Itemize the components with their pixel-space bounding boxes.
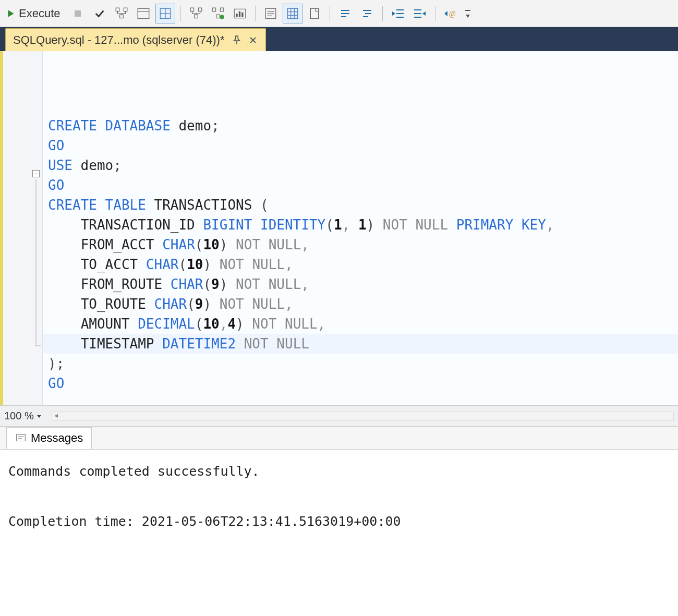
toolbar-separator (382, 6, 383, 21)
svg-marker-44 (422, 11, 426, 16)
stop-button[interactable] (68, 4, 88, 23)
intellisense-button[interactable] (155, 4, 175, 23)
pin-tab-button[interactable] (232, 35, 241, 45)
fold-guide-end (35, 345, 41, 346)
toolbar-separator (180, 6, 181, 21)
svg-rect-52 (17, 434, 26, 441)
param-icon: @ (443, 8, 458, 19)
stop-icon (74, 9, 82, 18)
uncomment-button[interactable] (357, 4, 377, 23)
code-line: CREATE DATABASE demo; (48, 116, 675, 136)
change-marker (0, 51, 3, 405)
svg-marker-48 (466, 15, 470, 18)
document-tab-row: SQLQuery.sql - 127...mo (sqlserver (74))… (0, 27, 678, 51)
horizontal-scrollbar[interactable] (52, 412, 674, 421)
results-pane: Messages Commands completed successfully… (0, 427, 678, 616)
code-line: CREATE TABLE TRANSACTIONS ( (48, 195, 675, 215)
code-line: ); (48, 354, 675, 373)
svg-rect-12 (194, 15, 198, 18)
zoom-dropdown[interactable]: 100 % (4, 410, 42, 422)
text-results-icon (264, 7, 277, 20)
grid-small-icon (159, 7, 172, 20)
svg-rect-1 (75, 10, 81, 17)
code-line: TO_ACCT CHAR(10) NOT NULL, (48, 255, 675, 274)
svg-marker-40 (392, 11, 395, 16)
toolbar: Execute (0, 0, 678, 27)
query-options-button[interactable] (134, 4, 153, 23)
svg-rect-5 (138, 8, 149, 19)
chevron-down-icon (36, 413, 42, 419)
svg-rect-3 (124, 8, 127, 11)
fold-toggle[interactable]: − (32, 170, 40, 177)
svg-rect-15 (216, 15, 220, 18)
plan3-icon (211, 7, 225, 20)
parse-button[interactable] (90, 4, 110, 23)
indent-icon (413, 8, 427, 19)
live-stats-button[interactable] (208, 4, 228, 23)
code-line: TO_ROUTE CHAR(9) NOT NULL, (48, 294, 675, 314)
svg-marker-45 (444, 11, 447, 16)
code-line: GO (48, 136, 675, 155)
outdent-icon (391, 8, 405, 19)
svg-rect-13 (212, 8, 216, 11)
results-to-grid-button[interactable] (283, 4, 302, 23)
svg-rect-2 (116, 8, 119, 11)
svg-rect-20 (241, 12, 243, 17)
messages-output[interactable]: Commands completed successfully. Complet… (0, 450, 678, 616)
editor-gutter: − (0, 51, 43, 405)
plan2-icon (189, 7, 203, 20)
comment-button[interactable] (335, 4, 355, 23)
plan-icon (115, 7, 128, 20)
zoom-level-label: 100 % (4, 410, 34, 422)
code-line: GO (48, 373, 675, 393)
messages-tab-label: Messages (31, 431, 83, 445)
svg-rect-10 (190, 8, 194, 11)
overflow-icon (465, 8, 471, 19)
document-tab[interactable]: SQLQuery.sql - 127...mo (sqlserver (74))… (5, 28, 266, 51)
messages-line: Commands completed successfully. (8, 464, 260, 479)
toolbar-separator (435, 6, 435, 21)
pin-icon (232, 35, 241, 45)
code-line: GO (48, 175, 675, 195)
svg-marker-0 (8, 10, 14, 17)
editor-zoom-row: 100 % (0, 406, 678, 427)
execute-button[interactable]: Execute (4, 4, 66, 23)
toolbar-overflow-button[interactable] (463, 4, 473, 23)
increase-indent-button[interactable] (410, 4, 430, 23)
toolbar-separator (330, 6, 330, 21)
svg-point-16 (220, 15, 224, 19)
messages-line: Completion time: 2021-05-06T22:13:41.516… (8, 514, 401, 529)
results-to-text-button[interactable] (261, 4, 281, 23)
svg-text:@: @ (449, 10, 456, 18)
svg-rect-4 (119, 15, 123, 18)
specify-values-button[interactable]: @ (441, 4, 461, 23)
svg-rect-14 (220, 8, 224, 11)
execute-label: Execute (19, 7, 60, 20)
close-tab-button[interactable] (249, 36, 257, 44)
estimated-plan-button[interactable] (112, 4, 131, 23)
play-icon (6, 9, 16, 18)
decrease-indent-button[interactable] (388, 4, 408, 23)
code-line: FROM_ACCT CHAR(10) NOT NULL, (48, 235, 675, 255)
code-body[interactable]: CREATE DATABASE demo;GOUSE demo;GOCREATE… (43, 51, 678, 405)
svg-rect-30 (310, 8, 318, 19)
code-line: AMOUNT DECIMAL(10,4) NOT NULL, (48, 314, 675, 334)
stats-icon (233, 7, 247, 20)
window-icon (137, 7, 150, 20)
svg-rect-18 (236, 14, 237, 17)
code-line: TIMESTAMP DATETIME2 NOT NULL (48, 334, 675, 354)
code-editor[interactable]: − CREATE DATABASE demo;GOUSE demo;GOCREA… (0, 51, 678, 406)
fold-guide (35, 179, 37, 345)
code-line: USE demo; (48, 155, 675, 175)
results-to-file-button[interactable] (305, 4, 324, 23)
close-icon (249, 36, 257, 44)
actual-plan-button[interactable] (186, 4, 206, 23)
uncomment-icon (361, 7, 373, 20)
grid-results-icon (286, 7, 299, 20)
messages-tab[interactable]: Messages (6, 427, 92, 449)
check-icon (94, 8, 105, 19)
results-tab-row: Messages (0, 427, 678, 450)
client-stats-button[interactable] (230, 4, 250, 23)
file-results-icon (308, 7, 321, 20)
code-line: FROM_ROUTE CHAR(9) NOT NULL, (48, 274, 675, 294)
